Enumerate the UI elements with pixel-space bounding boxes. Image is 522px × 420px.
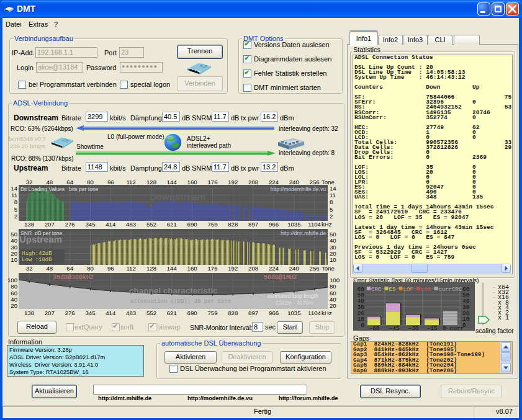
- svg-text:240: 240: [289, 179, 299, 185]
- svg-text:8: 8: [330, 199, 333, 205]
- svg-text:224: 224: [269, 179, 279, 185]
- svg-text:897: 897: [248, 221, 258, 228]
- svg-text:2322m - 4179m: 2322m - 4179m: [276, 300, 313, 306]
- svg-text:-60: -60: [369, 325, 379, 331]
- svg-text:5: 5: [330, 206, 333, 213]
- svg-text:48: 48: [46, 179, 53, 185]
- svg-text:64: 64: [66, 265, 73, 272]
- svg-text:966: 966: [269, 310, 279, 316]
- svg-text:curr: curr: [450, 325, 464, 331]
- svg-text:128: 128: [146, 265, 156, 272]
- svg-text:621: 621: [167, 221, 177, 228]
- svg-text:Tone: Tone: [322, 265, 335, 272]
- svg-text:32: 32: [26, 265, 33, 272]
- svg-text:276: 276: [65, 221, 75, 228]
- svg-text:2: 2: [14, 213, 17, 220]
- svg-text:20: 20: [11, 302, 17, 309]
- svg-text:11: 11: [11, 192, 17, 199]
- svg-text:112: 112: [126, 265, 135, 272]
- svg-text:207: 207: [45, 221, 55, 228]
- svg-text:759: 759: [207, 310, 217, 316]
- svg-text:Low :18dB: Low :18dB: [22, 257, 52, 263]
- svg-text:50: 50: [462, 292, 470, 298]
- svg-text:483: 483: [126, 221, 136, 228]
- svg-text:138: 138: [24, 310, 34, 316]
- svg-text:60: 60: [358, 286, 365, 293]
- svg-text:256: 256: [310, 179, 320, 185]
- svg-text:50: 50: [358, 292, 365, 298]
- svg-text:10: 10: [462, 316, 470, 323]
- svg-text:30: 30: [358, 304, 365, 311]
- svg-text:138: 138: [24, 221, 34, 228]
- svg-text:1035: 1035: [287, 221, 300, 228]
- svg-text:224: 224: [269, 265, 279, 272]
- svg-text:http://modemhilfe.de.vu: http://modemhilfe.de.vu: [271, 186, 326, 192]
- svg-text:40: 40: [358, 298, 365, 305]
- svg-text:144: 144: [167, 179, 178, 185]
- svg-text:11: 11: [330, 192, 336, 199]
- svg-text:192: 192: [228, 265, 238, 272]
- svg-text:-15: -15: [426, 325, 437, 331]
- svg-text:1104: 1104: [308, 310, 321, 316]
- svg-text:828: 828: [228, 221, 238, 228]
- svg-text:345: 345: [85, 221, 95, 228]
- svg-text:32: 32: [26, 179, 33, 185]
- svg-text:35dB@300kHz: 35dB@300kHz: [53, 274, 94, 281]
- svg-text:-30: -30: [408, 325, 418, 331]
- svg-text:276: 276: [65, 310, 75, 316]
- svg-text:currCRC: currCRC: [439, 287, 462, 293]
- svg-text:112: 112: [126, 179, 135, 185]
- svg-text:414: 414: [106, 221, 116, 228]
- svg-text:High:42dB: High:42dB: [22, 251, 52, 257]
- svg-text:207: 207: [45, 310, 55, 316]
- svg-text:483: 483: [126, 310, 136, 316]
- svg-text:552: 552: [146, 221, 156, 228]
- svg-text:-45: -45: [389, 325, 399, 331]
- svg-text:759: 759: [207, 221, 217, 228]
- svg-text:10: 10: [11, 256, 17, 263]
- svg-text:0: 0: [361, 322, 364, 329]
- svg-text:621: 621: [167, 310, 177, 316]
- svg-text:690: 690: [187, 310, 197, 316]
- svg-text:5: 5: [14, 206, 17, 213]
- svg-text:Downstream: Downstream: [150, 192, 205, 202]
- svg-text:176: 176: [207, 265, 217, 272]
- svg-text:Bit Loading Values bits per: Bit Loading Values bits per tone: [20, 186, 99, 192]
- svg-text:828: 828: [228, 310, 238, 316]
- svg-text:channel characteristic: channel characteristic: [129, 286, 218, 295]
- svg-text:80: 80: [87, 179, 94, 185]
- svg-text:966: 966: [269, 221, 279, 228]
- svg-text:192: 192: [228, 179, 238, 185]
- svg-text:20: 20: [358, 310, 365, 317]
- svg-text:ES: ES: [389, 287, 396, 293]
- svg-text:LOF: LOF: [403, 287, 413, 293]
- svg-text:14: 14: [11, 185, 17, 192]
- svg-text:CRC: CRC: [371, 287, 382, 293]
- svg-text:208: 208: [248, 265, 258, 272]
- svg-text:LOS: LOS: [421, 287, 431, 293]
- svg-text:20: 20: [462, 310, 470, 317]
- svg-text:kHz: kHz: [322, 221, 332, 228]
- svg-text:96: 96: [107, 265, 114, 272]
- svg-text:240: 240: [289, 265, 299, 272]
- svg-text:80: 80: [87, 265, 94, 272]
- svg-text:-: -: [492, 315, 496, 321]
- svg-text:160: 160: [187, 179, 197, 185]
- svg-text:10: 10: [358, 316, 365, 323]
- svg-text:56dB@1MHz: 56dB@1MHz: [264, 274, 297, 281]
- svg-text:10: 10: [330, 256, 336, 263]
- svg-text:estimated loop length: estimated loop length: [268, 293, 318, 299]
- svg-text:160: 160: [187, 265, 197, 272]
- svg-text:kHz: kHz: [322, 310, 332, 316]
- svg-text:128: 128: [146, 179, 156, 185]
- svg-text:1035: 1035: [287, 310, 300, 316]
- svg-text:414: 414: [106, 310, 116, 316]
- svg-text:552: 552: [146, 310, 156, 316]
- svg-text:144: 144: [167, 265, 178, 272]
- svg-text:256: 256: [310, 265, 320, 272]
- svg-text:8: 8: [14, 199, 17, 205]
- svg-text:48: 48: [46, 265, 53, 272]
- svg-text:SNR dB per tone: SNR dB per tone: [20, 230, 63, 236]
- svg-text:64: 64: [66, 179, 73, 185]
- svg-text:897: 897: [248, 310, 258, 316]
